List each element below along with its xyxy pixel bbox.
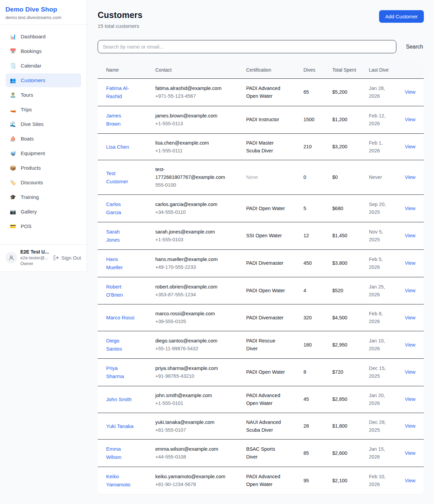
table-row: Fatima Al-Rashid fatima.alrashid@example… — [98, 79, 424, 106]
view-customer-link[interactable]: View — [405, 288, 415, 293]
customer-phone: +1-555-0101 — [155, 399, 226, 407]
customer-phone: +1-555-0111 — [155, 147, 226, 155]
sign-out-button[interactable]: Sign Out — [53, 255, 81, 261]
customer-email: john.smith@example.com — [155, 392, 226, 399]
customer-name-link[interactable]: Marco Rossi — [106, 315, 134, 320]
customer-name-link[interactable]: Yuki Tanaka — [106, 423, 134, 429]
sidebar-nav-item[interactable]: 💳 POS — [5, 219, 81, 233]
customer-name-link[interactable]: Hans Mueller — [106, 256, 123, 270]
customer-email: marco.rossi@example.com — [155, 310, 226, 318]
sidebar-nav-item[interactable]: 📊 Dashboard — [5, 30, 81, 43]
search-input[interactable] — [98, 40, 396, 53]
sidebar-nav-item[interactable]: 👥 Customers — [5, 73, 81, 87]
page-header: Customers 15 total customers Add Custome… — [98, 10, 424, 29]
customer-total-spent: $2,950 — [332, 342, 347, 348]
sidebar-nav-item[interactable]: 🏝️ Tours — [5, 88, 81, 102]
customer-certification: None — [246, 174, 258, 180]
sidebar-nav-item[interactable]: ⛵ Boats — [5, 132, 81, 146]
customer-dives: 450 — [303, 260, 312, 266]
customer-name-link[interactable]: Keiko Yamamoto — [106, 473, 130, 487]
view-customer-link[interactable]: View — [405, 478, 415, 483]
sidebar-nav-item[interactable]: 🎓 Training — [5, 190, 81, 204]
table-row: Carlos Garcia carlos.garcia@example.com … — [98, 195, 424, 222]
sidebar-nav-item-label: Dashboard — [21, 33, 45, 40]
view-customer-link[interactable]: View — [405, 315, 415, 320]
customer-dives: 28 — [303, 423, 309, 429]
customer-name-link[interactable]: John Smith — [106, 396, 132, 402]
dive-sites-wave-icon: 🌊 — [9, 120, 16, 128]
customer-email: keiko.yamamoto@example.com — [155, 473, 226, 481]
customer-name-link[interactable]: Test Customer — [106, 170, 128, 184]
bookings-calendar-icon: 📅 — [9, 48, 16, 55]
sidebar-nav-item-label: Products — [21, 164, 41, 171]
sidebar-nav-item-label: Boats — [21, 135, 34, 142]
sidebar-column: Demo Dive Shop demo.test.divestreams.com… — [0, 0, 87, 272]
customer-certification: PADI Open Water — [246, 369, 285, 375]
add-customer-button[interactable]: Add Customer — [379, 10, 424, 23]
customer-last-dive: Sep 20, 2025 — [369, 202, 386, 215]
sign-out-label: Sign Out — [61, 255, 81, 261]
customer-total-spent: $3,800 — [332, 260, 347, 266]
sidebar-nav-item-label: Calendar — [21, 62, 41, 69]
sidebar-nav-item[interactable]: 📅 Bookings — [5, 44, 81, 58]
view-customer-link[interactable]: View — [405, 174, 415, 180]
customer-dives: 8 — [303, 369, 306, 375]
customer-name-link[interactable]: Diego Santos — [106, 338, 122, 352]
view-customer-link[interactable]: View — [405, 144, 415, 149]
view-customer-link[interactable]: View — [405, 206, 415, 211]
customer-total-spent: $2,600 — [332, 450, 347, 456]
customer-total-spent: $1,450 — [332, 233, 347, 238]
customer-last-dive: Never — [369, 174, 382, 180]
customer-name-link[interactable]: Fatima Al-Rashid — [106, 85, 129, 99]
sidebar-nav-item[interactable]: 🤿 Equipment — [5, 146, 81, 160]
customer-last-dive: Dec 28, 2025 — [369, 419, 386, 433]
customer-email: carlos.garcia@example.com — [155, 201, 226, 208]
view-customer-link[interactable]: View — [405, 450, 415, 456]
customer-last-dive: Jan 10, 2026 — [369, 338, 385, 351]
customer-name-link[interactable]: Carlos Garcia — [106, 201, 121, 215]
customers-table-card: Name Contact Certification Dives Total S… — [98, 62, 424, 494]
customer-phone: +81-90-1234-5678 — [155, 481, 226, 488]
table-row: Sarah Jones sarah.jones@example.com +1-5… — [98, 222, 424, 249]
view-customer-link[interactable]: View — [405, 342, 415, 348]
customer-dives: 45 — [303, 396, 309, 402]
sidebar-nav-item[interactable]: 📦 Products — [5, 161, 81, 175]
view-customer-link[interactable]: View — [405, 260, 415, 266]
column-header-name: Name — [98, 62, 147, 79]
customer-certification: PADI Advanced Open Water — [246, 474, 280, 487]
sidebar-nav-item[interactable]: 📷 Gallery — [5, 205, 81, 219]
customer-certification: NAUI Advanced Scuba Diver — [246, 419, 281, 433]
sidebar-nav-item[interactable]: 🗒️ Calendar — [5, 59, 81, 73]
sidebar-nav-item[interactable]: 🏷️ Discounts — [5, 175, 81, 189]
customer-name-link[interactable]: Priya Sharma — [106, 365, 124, 379]
sidebar-nav-item[interactable]: 🌊 Dive Sites — [5, 117, 81, 131]
view-customer-link[interactable]: View — [405, 117, 415, 122]
customer-total-spent: $720 — [332, 369, 343, 375]
view-customer-link[interactable]: View — [405, 233, 415, 238]
sidebar-nav-item-label: Equipment — [21, 150, 45, 157]
customer-last-dive: Jan 28, 2026 — [369, 86, 385, 99]
products-box-icon: 📦 — [9, 164, 16, 171]
column-header-last-dive: Last Dive — [361, 62, 397, 79]
table-row: Yuki Tanaka yuki.tanaka@example.com +81-… — [98, 413, 424, 440]
view-customer-link[interactable]: View — [405, 89, 415, 95]
column-header-contact: Contact — [147, 62, 238, 79]
customer-total-spent: $5,200 — [332, 89, 347, 95]
user-name: E2E Test U... — [20, 249, 49, 255]
customer-name-link[interactable]: Lisa Chen — [106, 144, 129, 150]
customer-name-link[interactable]: Sarah Jones — [106, 229, 120, 243]
view-customer-link[interactable]: View — [405, 369, 415, 375]
search-button[interactable]: Search — [405, 42, 424, 52]
sidebar-nav-item[interactable]: 🚤 Trips — [5, 102, 81, 116]
customer-name-link[interactable]: James Brown — [106, 113, 121, 127]
customer-last-dive: Feb 1, 2026 — [369, 140, 383, 153]
discounts-tag-icon: 🏷️ — [9, 179, 16, 186]
customer-certification: PADI Instructor — [246, 117, 279, 122]
brand-domain: demo.test.divestreams.com — [5, 15, 81, 20]
customer-email: emma.wilson@example.com — [155, 445, 226, 453]
customer-name-link[interactable]: Robert O'Brien — [106, 284, 123, 298]
view-customer-link[interactable]: View — [405, 396, 415, 402]
view-customer-link[interactable]: View — [405, 423, 415, 429]
customer-name-link[interactable]: Emma Wilson — [106, 446, 121, 460]
customer-dives: 320 — [303, 315, 312, 320]
